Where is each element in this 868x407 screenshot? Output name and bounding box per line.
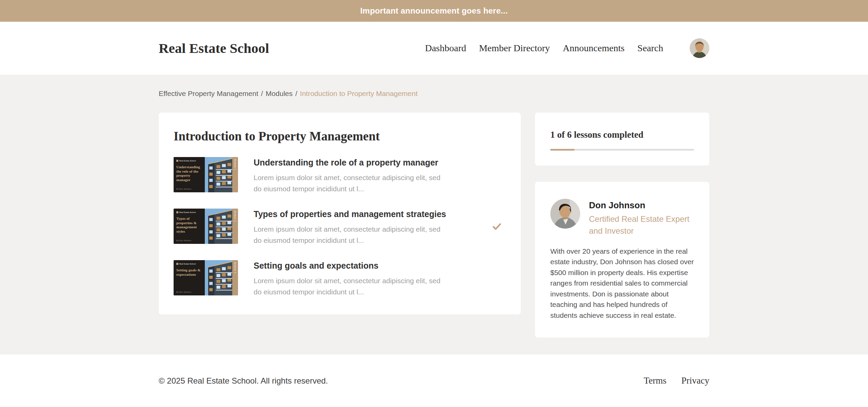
thumb-title: Types of properties & management styles xyxy=(176,216,202,234)
progress-card: 1 of 6 lessons completed xyxy=(535,113,709,166)
breadcrumb-separator: / xyxy=(261,90,263,97)
instructor-name: Don Johnson xyxy=(589,200,694,211)
breadcrumb-current: Introduction to Property Management xyxy=(300,90,418,97)
lesson-description: Lorem ipsum dolor sit amet, consectetur … xyxy=(254,172,449,194)
lesson-row[interactable]: Real Estate School Setting goals & expec… xyxy=(174,260,502,297)
copyright-text: © 2025 Real Estate School. All rights re… xyxy=(159,376,328,386)
module-title: Introduction to Property Management xyxy=(174,129,502,143)
building-photo xyxy=(205,209,232,244)
thumb-logo-icon xyxy=(176,263,178,265)
nav-dashboard[interactable]: Dashboard xyxy=(425,43,466,54)
nav-announcements[interactable]: Announcements xyxy=(563,43,625,54)
thumb-byline: By Don Johnson xyxy=(176,291,191,293)
thumb-title: Understanding the role of the property m… xyxy=(176,165,202,182)
thumb-byline: By Don Johnson xyxy=(176,188,191,190)
progress-fill xyxy=(550,149,574,151)
lesson-title: Setting goals and expectations xyxy=(254,261,449,271)
brand-logo[interactable]: Real Estate School xyxy=(159,40,269,56)
instructor-avatar xyxy=(550,199,580,229)
breadcrumb-separator: / xyxy=(295,90,297,97)
progress-bar xyxy=(550,149,694,151)
module-card: Introduction to Property Management Real… xyxy=(159,113,521,314)
thumb-brand: Real Estate School xyxy=(179,263,196,265)
footer-link-privacy[interactable]: Privacy xyxy=(682,375,709,386)
lesson-description: Lorem ipsum dolor sit amet, consectetur … xyxy=(254,275,449,297)
announcement-banner: Important announcement goes here... xyxy=(0,0,868,22)
lesson-completed-check-icon xyxy=(492,221,502,233)
building-photo xyxy=(205,260,232,295)
instructor-bio: With over 20 years of experience in the … xyxy=(550,246,694,321)
instructor-title: Certified Real Estate Expert and Investo… xyxy=(589,213,694,237)
main-nav: Dashboard Member Directory Announcements… xyxy=(425,38,709,58)
nav-member-directory[interactable]: Member Directory xyxy=(479,43,550,54)
nav-search[interactable]: Search xyxy=(637,43,663,54)
user-avatar-image xyxy=(690,38,709,58)
lesson-title: Types of properties and management strat… xyxy=(254,209,449,219)
breadcrumb-course[interactable]: Effective Property Management xyxy=(159,90,258,97)
progress-label: 1 of 6 lessons completed xyxy=(550,130,694,140)
instructor-card: Don Johnson Certified Real Estate Expert… xyxy=(535,182,709,337)
main-content: Effective Property Management/Modules/In… xyxy=(0,75,868,354)
thumb-module-stripe: Module 2 xyxy=(232,209,238,244)
breadcrumb: Effective Property Management/Modules/In… xyxy=(159,90,709,98)
lesson-description: Lorem ipsum dolor sit amet, consectetur … xyxy=(254,224,449,246)
thumb-module-stripe: Module 3 xyxy=(232,260,238,295)
lesson-thumbnail: Real Estate School Understanding the rol… xyxy=(174,157,238,192)
footer-link-terms[interactable]: Terms xyxy=(644,375,666,386)
thumb-logo-icon xyxy=(176,160,178,162)
user-avatar[interactable] xyxy=(690,38,709,58)
thumb-module-stripe: Module 1 xyxy=(232,157,238,192)
thumb-logo-icon xyxy=(176,211,178,213)
announcement-text: Important announcement goes here... xyxy=(360,6,508,16)
lesson-thumbnail: Real Estate School Types of properties &… xyxy=(174,209,238,244)
sidebar: 1 of 6 lessons completed xyxy=(535,113,709,337)
building-photo xyxy=(205,157,232,192)
thumb-brand: Real Estate School xyxy=(179,160,196,162)
lesson-row[interactable]: Real Estate School Understanding the rol… xyxy=(174,157,502,194)
lesson-row[interactable]: Real Estate School Types of properties &… xyxy=(174,209,502,246)
thumb-byline: By Don Johnson xyxy=(176,239,191,241)
lesson-thumbnail: Real Estate School Setting goals & expec… xyxy=(174,260,238,295)
site-header: Real Estate School Dashboard Member Dire… xyxy=(0,22,868,75)
breadcrumb-modules[interactable]: Modules xyxy=(266,90,293,97)
thumb-title: Setting goals & expectations xyxy=(176,268,202,276)
site-footer: © 2025 Real Estate School. All rights re… xyxy=(0,354,868,407)
thumb-brand: Real Estate School xyxy=(179,211,196,213)
lesson-title: Understanding the role of a property man… xyxy=(254,158,449,168)
